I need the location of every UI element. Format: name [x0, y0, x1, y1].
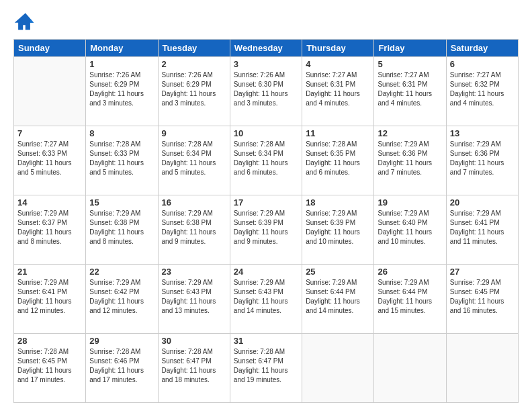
- day-info: Sunrise: 7:29 AM Sunset: 6:41 PM Dayligh…: [450, 209, 515, 246]
- day-number: 8: [89, 128, 154, 138]
- week-row-3: 14Sunrise: 7:29 AM Sunset: 6:37 PM Dayli…: [14, 195, 519, 265]
- day-cell: [302, 334, 374, 403]
- day-info: Sunrise: 7:26 AM Sunset: 6:29 PM Dayligh…: [162, 71, 226, 108]
- day-cell: [374, 334, 446, 403]
- day-cell: 19Sunrise: 7:29 AM Sunset: 6:40 PM Dayli…: [374, 195, 446, 265]
- day-info: Sunrise: 7:27 AM Sunset: 6:31 PM Dayligh…: [378, 71, 442, 108]
- day-info: Sunrise: 7:29 AM Sunset: 6:41 PM Dayligh…: [17, 278, 82, 316]
- day-number: 19: [378, 197, 442, 208]
- day-cell: 20Sunrise: 7:29 AM Sunset: 6:41 PM Dayli…: [446, 195, 518, 265]
- day-cell: 4Sunrise: 7:27 AM Sunset: 6:31 PM Daylig…: [302, 57, 374, 126]
- day-header-monday: Monday: [86, 40, 158, 57]
- day-number: 4: [306, 59, 370, 69]
- day-info: Sunrise: 7:29 AM Sunset: 6:36 PM Dayligh…: [378, 140, 442, 177]
- day-number: 22: [89, 267, 154, 277]
- day-info: Sunrise: 7:27 AM Sunset: 6:31 PM Dayligh…: [306, 71, 370, 108]
- day-info: Sunrise: 7:28 AM Sunset: 6:47 PM Dayligh…: [162, 347, 226, 385]
- day-info: Sunrise: 7:29 AM Sunset: 6:39 PM Dayligh…: [306, 209, 370, 246]
- logo-icon: [13, 11, 35, 32]
- day-cell: 16Sunrise: 7:29 AM Sunset: 6:38 PM Dayli…: [158, 195, 230, 265]
- day-number: 13: [450, 128, 515, 138]
- day-cell: 5Sunrise: 7:27 AM Sunset: 6:31 PM Daylig…: [374, 57, 446, 126]
- header: [13, 11, 519, 32]
- day-cell: 24Sunrise: 7:29 AM Sunset: 6:43 PM Dayli…: [230, 265, 302, 334]
- day-info: Sunrise: 7:27 AM Sunset: 6:32 PM Dayligh…: [450, 71, 515, 108]
- day-info: Sunrise: 7:26 AM Sunset: 6:29 PM Dayligh…: [89, 71, 154, 108]
- day-number: 5: [378, 59, 442, 69]
- day-number: 27: [450, 267, 515, 277]
- day-number: 24: [234, 267, 298, 277]
- day-cell: 13Sunrise: 7:29 AM Sunset: 6:36 PM Dayli…: [446, 126, 518, 195]
- day-number: 3: [234, 59, 298, 69]
- day-header-friday: Friday: [374, 40, 446, 57]
- day-cell: [446, 334, 518, 403]
- week-row-4: 21Sunrise: 7:29 AM Sunset: 6:41 PM Dayli…: [14, 265, 519, 334]
- day-number: 15: [89, 197, 154, 208]
- day-cell: 25Sunrise: 7:29 AM Sunset: 6:44 PM Dayli…: [302, 265, 374, 334]
- day-cell: 11Sunrise: 7:28 AM Sunset: 6:35 PM Dayli…: [302, 126, 374, 195]
- day-header-wednesday: Wednesday: [230, 40, 302, 57]
- page: SundayMondayTuesdayWednesdayThursdayFrid…: [0, 0, 532, 411]
- week-row-5: 28Sunrise: 7:28 AM Sunset: 6:45 PM Dayli…: [14, 334, 519, 403]
- day-info: Sunrise: 7:28 AM Sunset: 6:46 PM Dayligh…: [89, 347, 154, 385]
- day-info: Sunrise: 7:29 AM Sunset: 6:39 PM Dayligh…: [234, 209, 298, 246]
- day-cell: 18Sunrise: 7:29 AM Sunset: 6:39 PM Dayli…: [302, 195, 374, 265]
- day-cell: 23Sunrise: 7:29 AM Sunset: 6:43 PM Dayli…: [158, 265, 230, 334]
- day-cell: 29Sunrise: 7:28 AM Sunset: 6:46 PM Dayli…: [86, 334, 158, 403]
- day-cell: 3Sunrise: 7:26 AM Sunset: 6:30 PM Daylig…: [230, 57, 302, 126]
- day-cell: 22Sunrise: 7:29 AM Sunset: 6:42 PM Dayli…: [86, 265, 158, 334]
- day-number: 6: [450, 59, 515, 69]
- day-cell: 26Sunrise: 7:29 AM Sunset: 6:44 PM Dayli…: [374, 265, 446, 334]
- day-number: 14: [17, 197, 82, 208]
- day-number: 16: [162, 197, 226, 208]
- day-info: Sunrise: 7:28 AM Sunset: 6:45 PM Dayligh…: [17, 347, 82, 385]
- day-number: 12: [378, 128, 442, 138]
- day-number: 2: [162, 59, 226, 69]
- header-row: SundayMondayTuesdayWednesdayThursdayFrid…: [14, 40, 519, 57]
- day-info: Sunrise: 7:29 AM Sunset: 6:38 PM Dayligh…: [89, 209, 154, 246]
- day-number: 21: [17, 267, 82, 277]
- day-number: 20: [450, 197, 515, 208]
- day-cell: 17Sunrise: 7:29 AM Sunset: 6:39 PM Dayli…: [230, 195, 302, 265]
- day-cell: 28Sunrise: 7:28 AM Sunset: 6:45 PM Dayli…: [14, 334, 86, 403]
- day-cell: 21Sunrise: 7:29 AM Sunset: 6:41 PM Dayli…: [14, 265, 86, 334]
- day-info: Sunrise: 7:29 AM Sunset: 6:38 PM Dayligh…: [162, 209, 226, 246]
- day-info: Sunrise: 7:29 AM Sunset: 6:43 PM Dayligh…: [234, 278, 298, 316]
- week-row-1: 1Sunrise: 7:26 AM Sunset: 6:29 PM Daylig…: [14, 57, 519, 126]
- day-cell: 30Sunrise: 7:28 AM Sunset: 6:47 PM Dayli…: [158, 334, 230, 403]
- day-number: 11: [306, 128, 370, 138]
- week-row-2: 7Sunrise: 7:27 AM Sunset: 6:33 PM Daylig…: [14, 126, 519, 195]
- day-number: 7: [17, 128, 82, 138]
- day-number: 23: [162, 267, 226, 277]
- day-cell: 31Sunrise: 7:28 AM Sunset: 6:47 PM Dayli…: [230, 334, 302, 403]
- day-info: Sunrise: 7:28 AM Sunset: 6:34 PM Dayligh…: [162, 140, 226, 177]
- day-number: 28: [17, 336, 82, 346]
- day-info: Sunrise: 7:26 AM Sunset: 6:30 PM Dayligh…: [234, 71, 298, 108]
- day-number: 30: [162, 336, 226, 346]
- day-cell: 9Sunrise: 7:28 AM Sunset: 6:34 PM Daylig…: [158, 126, 230, 195]
- day-header-saturday: Saturday: [446, 40, 518, 57]
- day-info: Sunrise: 7:29 AM Sunset: 6:40 PM Dayligh…: [378, 209, 442, 246]
- day-number: 1: [89, 59, 154, 69]
- day-info: Sunrise: 7:28 AM Sunset: 6:47 PM Dayligh…: [234, 347, 298, 385]
- day-number: 10: [234, 128, 298, 138]
- day-number: 17: [234, 197, 298, 208]
- day-cell: 14Sunrise: 7:29 AM Sunset: 6:37 PM Dayli…: [14, 195, 86, 265]
- day-header-tuesday: Tuesday: [158, 40, 230, 57]
- day-header-thursday: Thursday: [302, 40, 374, 57]
- day-info: Sunrise: 7:29 AM Sunset: 6:42 PM Dayligh…: [89, 278, 154, 316]
- day-cell: 2Sunrise: 7:26 AM Sunset: 6:29 PM Daylig…: [158, 57, 230, 126]
- day-info: Sunrise: 7:29 AM Sunset: 6:44 PM Dayligh…: [306, 278, 370, 316]
- day-cell: 8Sunrise: 7:28 AM Sunset: 6:33 PM Daylig…: [86, 126, 158, 195]
- day-cell: 15Sunrise: 7:29 AM Sunset: 6:38 PM Dayli…: [86, 195, 158, 265]
- day-info: Sunrise: 7:29 AM Sunset: 6:43 PM Dayligh…: [162, 278, 226, 316]
- day-number: 26: [378, 267, 442, 277]
- day-cell: 1Sunrise: 7:26 AM Sunset: 6:29 PM Daylig…: [86, 57, 158, 126]
- calendar-table: SundayMondayTuesdayWednesdayThursdayFrid…: [13, 39, 519, 403]
- day-cell: 7Sunrise: 7:27 AM Sunset: 6:33 PM Daylig…: [14, 126, 86, 195]
- day-info: Sunrise: 7:28 AM Sunset: 6:33 PM Dayligh…: [89, 140, 154, 177]
- day-number: 25: [306, 267, 370, 277]
- day-number: 31: [234, 336, 298, 346]
- day-info: Sunrise: 7:28 AM Sunset: 6:35 PM Dayligh…: [306, 140, 370, 177]
- day-cell: 12Sunrise: 7:29 AM Sunset: 6:36 PM Dayli…: [374, 126, 446, 195]
